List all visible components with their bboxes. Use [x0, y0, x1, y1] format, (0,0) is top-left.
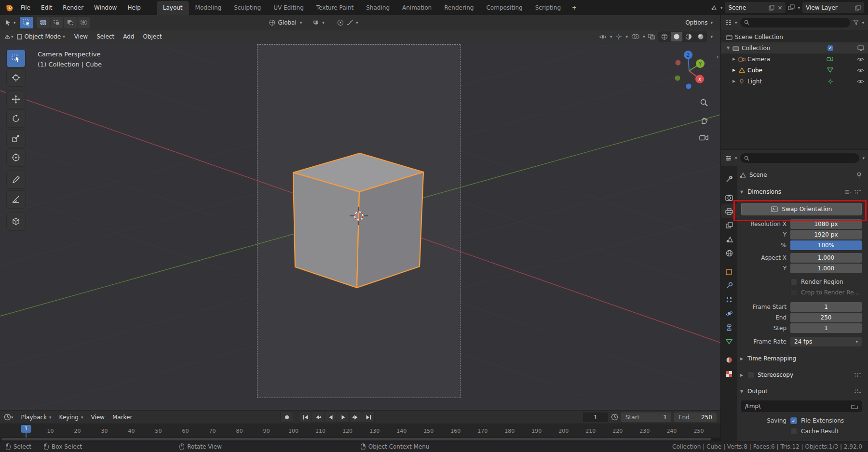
timeline-editor-icon[interactable]: [4, 413, 11, 421]
eye-icon[interactable]: [857, 57, 864, 62]
play-button[interactable]: [337, 412, 349, 422]
menu-edit[interactable]: Edit: [36, 3, 57, 13]
tab-world-properties[interactable]: [721, 246, 737, 260]
frame-end-field[interactable]: End250: [674, 412, 717, 422]
visibility-eye-icon[interactable]: [599, 34, 607, 40]
camera-view-icon[interactable]: [697, 131, 711, 144]
eye-icon[interactable]: [857, 79, 864, 84]
snap-magnet-icon[interactable]: [312, 19, 319, 26]
shading-material-button[interactable]: [683, 32, 694, 41]
output-panel-header[interactable]: ▼ Output: [739, 385, 862, 398]
navigation-gizmo[interactable]: Z Y X: [667, 48, 711, 93]
frame-step-field[interactable]: 1: [790, 323, 862, 333]
panel-collapse-arrow[interactable]: ‹: [717, 53, 719, 60]
chevron-down-icon[interactable]: ▾: [610, 34, 612, 39]
tab-material-properties[interactable]: [721, 353, 737, 367]
viewport-3d[interactable]: Camera Perspective (1) Collection | Cube: [0, 43, 720, 410]
eye-icon[interactable]: [857, 68, 864, 73]
aspect-y-field[interactable]: 1.000: [790, 264, 862, 273]
time-remapping-panel-header[interactable]: ▶ Time Remapping: [739, 352, 862, 365]
tab-render-properties[interactable]: [721, 190, 737, 204]
chevron-down-icon[interactable]: ▾: [798, 5, 800, 10]
copy-icon[interactable]: [855, 5, 861, 11]
chevron-down-icon[interactable]: ▾: [862, 156, 865, 160]
aspect-x-field[interactable]: 1.000: [790, 253, 862, 263]
browse-scene-icon[interactable]: [710, 4, 718, 11]
tab-scene-properties[interactable]: [721, 232, 737, 246]
collection-enable-checkbox[interactable]: ✓: [827, 45, 833, 51]
outliner-row-collection[interactable]: ▼ Collection ✓: [721, 42, 868, 53]
tab-modifier-properties[interactable]: [721, 279, 737, 292]
tool-select-box-button[interactable]: [7, 50, 25, 67]
timeline-menu-view[interactable]: View: [87, 413, 108, 422]
dimensions-panel-header[interactable]: ▼ Dimensions: [739, 186, 862, 198]
jump-to-end-button[interactable]: [362, 412, 374, 422]
tab-particle-properties[interactable]: [721, 292, 737, 306]
proportional-falloff-icon[interactable]: [347, 20, 353, 26]
stereoscopy-checkbox[interactable]: [747, 372, 754, 378]
tool-transform-button[interactable]: [7, 149, 25, 166]
filter-icon[interactable]: [853, 20, 859, 25]
horizontal-scrollbar[interactable]: [1, 438, 711, 440]
tab-scripting[interactable]: Scripting: [529, 1, 567, 15]
timeline-menu-playback[interactable]: Playback▾: [17, 413, 55, 422]
record-button[interactable]: [281, 412, 293, 422]
chevron-down-icon[interactable]: ▾: [11, 34, 14, 39]
chevron-down-icon[interactable]: ▾: [356, 20, 358, 25]
output-path-field[interactable]: /tmp\: [741, 400, 862, 412]
tab-object-properties[interactable]: [721, 265, 737, 279]
menu-render[interactable]: Render: [57, 3, 89, 13]
chevron-down-icon[interactable]: ▾: [735, 20, 737, 25]
properties-search-input[interactable]: [740, 153, 860, 163]
viewport-editor-icon[interactable]: [4, 34, 11, 40]
select-mode-new-button[interactable]: [37, 17, 50, 28]
swap-orientation-button[interactable]: Swap Orientation: [741, 203, 862, 215]
tool-add-cube-button[interactable]: [7, 213, 25, 230]
current-frame-marker[interactable]: 1: [21, 425, 31, 433]
prev-keyframe-button[interactable]: [312, 412, 324, 422]
frame-end-field[interactable]: 250: [790, 313, 862, 322]
folder-icon[interactable]: [851, 404, 858, 409]
outliner-search-input[interactable]: [740, 18, 851, 27]
add-workspace-button[interactable]: +: [567, 1, 582, 15]
panel-grip-icon[interactable]: [854, 389, 862, 394]
proportional-editing-icon[interactable]: [337, 19, 344, 26]
chevron-down-icon[interactable]: ▾: [710, 20, 713, 25]
resolution-percent-slider[interactable]: 100%: [790, 240, 862, 250]
tab-sculpting[interactable]: Sculpting: [228, 1, 267, 15]
viewport-menu-add[interactable]: Add: [119, 32, 138, 41]
triangle-down-icon[interactable]: ▼: [725, 46, 732, 50]
transform-orientation-icon[interactable]: [269, 19, 276, 26]
presets-icon[interactable]: [845, 189, 851, 195]
xray-toggle-icon[interactable]: [648, 34, 655, 40]
close-icon[interactable]: ×: [777, 4, 782, 11]
tool-scale-button[interactable]: [7, 130, 25, 147]
tab-object-data-properties[interactable]: [721, 334, 737, 348]
active-tool-box-select-button[interactable]: [20, 17, 33, 28]
tab-layout[interactable]: Layout: [157, 1, 189, 15]
panel-grip-icon[interactable]: [854, 372, 862, 377]
jump-to-start-button[interactable]: [299, 412, 312, 422]
menu-window[interactable]: Window: [89, 3, 122, 13]
clock-icon[interactable]: [611, 413, 618, 421]
triangle-right-icon[interactable]: ▶: [731, 79, 737, 83]
current-frame-field[interactable]: 1: [583, 412, 608, 422]
mesh-data-icon[interactable]: [827, 67, 833, 73]
chevron-down-icon[interactable]: ▾: [625, 34, 628, 39]
chevron-down-icon[interactable]: ▾: [63, 34, 65, 39]
pan-hand-icon[interactable]: [697, 113, 711, 127]
viewport-menu-object[interactable]: Object: [138, 32, 166, 41]
view-layer-browse-icon[interactable]: [788, 4, 795, 11]
overlays-toggle-icon[interactable]: [631, 34, 639, 40]
shading-solid-button[interactable]: [671, 32, 682, 41]
tab-animation[interactable]: Animation: [396, 1, 438, 15]
tab-compositing[interactable]: Compositing: [480, 1, 529, 15]
tab-constraint-properties[interactable]: [721, 320, 737, 334]
frame-start-field[interactable]: Start1: [621, 412, 671, 422]
frame-rate-dropdown[interactable]: 24 fps ▾: [790, 337, 862, 346]
tab-physics-properties[interactable]: [721, 306, 737, 320]
chevron-down-icon[interactable]: ▾: [300, 20, 302, 25]
panel-grip-icon[interactable]: [854, 189, 862, 194]
resolution-x-field[interactable]: 1080 px: [790, 219, 862, 229]
stereoscopy-panel-header[interactable]: ▶ Stereoscopy: [739, 369, 862, 381]
